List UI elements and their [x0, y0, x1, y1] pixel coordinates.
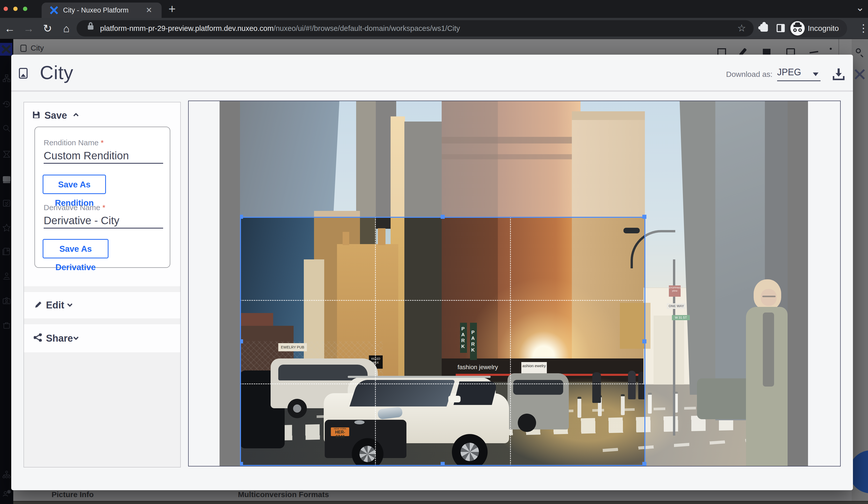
new-tab-icon[interactable]: +: [168, 0, 176, 17]
save-floppy-icon: [32, 111, 41, 119]
required-asterisk: *: [101, 138, 104, 147]
tab-search-chevron-icon[interactable]: ⌄: [856, 0, 865, 16]
dialog-header: City Download as: JPEG: [11, 55, 853, 90]
lock-icon: [88, 25, 93, 30]
home-button[interactable]: ⌂: [59, 18, 74, 39]
download-icon[interactable]: [833, 69, 845, 80]
crop-handle-bottom-center[interactable]: [441, 462, 445, 466]
close-window-button[interactable]: [3, 7, 8, 11]
download-as-label: Download as:: [726, 70, 773, 79]
url-bar[interactable]: platform-nmm-pr-29-preview.platform.dev.…: [76, 20, 754, 37]
save-section-label[interactable]: Save: [44, 110, 67, 121]
side-panel-icon[interactable]: [777, 24, 785, 32]
minimize-window-button[interactable]: [13, 7, 18, 11]
save-as-rendition-button[interactable]: Save As Rendition: [43, 175, 106, 194]
back-button[interactable]: ←: [2, 18, 17, 39]
browser-toolbar: ← → ↻ ⌂ platform-nmm-pr-29-preview.platf…: [0, 18, 868, 39]
crop-handle-top-right[interactable]: [642, 215, 647, 219]
header-divider-line: [11, 90, 853, 92]
save-card: Rendition Name * Save As Rendition Deriv…: [34, 127, 170, 268]
format-select[interactable]: JPEG: [777, 67, 820, 81]
crop-handle-middle-right[interactable]: [642, 339, 647, 343]
select-caret-icon: [813, 72, 818, 76]
format-value: JPEG: [777, 67, 801, 78]
lock-shackle: [89, 22, 92, 26]
incognito-badge[interactable]: Incognito (2): [788, 19, 847, 37]
share-section[interactable]: Share: [24, 324, 180, 352]
rendition-name-input[interactable]: [44, 150, 163, 162]
close-icon[interactable]: [854, 69, 866, 80]
url-path: /nuxeo/ui/#!/browse/default-domain/works…: [274, 24, 460, 32]
dialog-title: City: [40, 62, 73, 83]
crop-selection-box[interactable]: [240, 217, 645, 466]
required-asterisk-2: *: [102, 203, 105, 212]
share-expand-chevron-icon: [73, 335, 79, 340]
crop-veil-top: [240, 101, 788, 217]
rendition-name-label: Rendition Name *: [44, 138, 104, 147]
derivative-name-input[interactable]: [44, 215, 163, 227]
nuxeo-favicon-icon: [50, 6, 58, 14]
tools-panel: Save Rendition Name * Save As Rendition …: [23, 102, 181, 467]
extensions-icon[interactable]: [760, 24, 768, 32]
crop-handle-top-left[interactable]: [240, 215, 243, 219]
edit-section[interactable]: Edit: [24, 292, 180, 318]
tab-close-icon[interactable]: ✕: [146, 2, 152, 18]
forward-button[interactable]: →: [21, 18, 36, 39]
derivative-underline: [44, 228, 163, 228]
save-collapse-chevron-icon[interactable]: [73, 113, 79, 118]
city-photo[interactable]: fashion jewelry ashion ewelry PARK PARK …: [240, 101, 788, 466]
save-section: Save Rendition Name * Save As Rendition …: [24, 102, 180, 286]
image-viewer: fashion jewelry ashion ewelry PARK PARK …: [188, 101, 841, 466]
zoom-window-button[interactable]: [23, 7, 27, 11]
share-section-label: Share: [46, 333, 73, 344]
edit-expand-chevron-icon: [67, 301, 72, 307]
url-text: platform-nmm-pr-29-preview.platform.dev.…: [100, 20, 460, 37]
rendition-underline: [44, 163, 163, 164]
image-icon: [19, 68, 28, 79]
tab-title: City - Nuxeo Platform: [63, 2, 129, 18]
crop-handle-bottom-left[interactable]: [240, 462, 243, 466]
edit-pencil-icon: [34, 301, 42, 308]
edit-section-label: Edit: [46, 300, 64, 311]
browser-tab-strip: City - Nuxeo Platform ✕ + ⌄: [0, 0, 868, 18]
save-as-derivative-button[interactable]: Save As Derivative: [43, 239, 108, 258]
browser-tab[interactable]: City - Nuxeo Platform ✕: [42, 2, 162, 18]
crop-veil-right: [645, 217, 788, 466]
cropper-stage: fashion jewelry ashion ewelry PARK PARK …: [219, 101, 808, 466]
browser-menu-icon[interactable]: ⋮: [858, 18, 868, 38]
crop-handle-middle-left[interactable]: [240, 339, 243, 343]
image-editor-dialog: City Download as: JPEG S: [11, 55, 853, 490]
crop-handle-bottom-right[interactable]: [642, 462, 647, 466]
crop-handle-top-center[interactable]: [441, 215, 445, 219]
share-icon: [34, 333, 42, 342]
bookmark-star-icon[interactable]: ☆: [737, 20, 746, 36]
derivative-name-label: Derivative Name *: [44, 203, 105, 212]
incognito-icon: [790, 21, 805, 35]
screen: City - Nuxeo Platform ✕ + ⌄ ← → ↻ ⌂ plat…: [0, 0, 868, 504]
url-host: platform-nmm-pr-29-preview.platform.dev.…: [100, 24, 274, 32]
reload-button[interactable]: ↻: [40, 18, 55, 39]
